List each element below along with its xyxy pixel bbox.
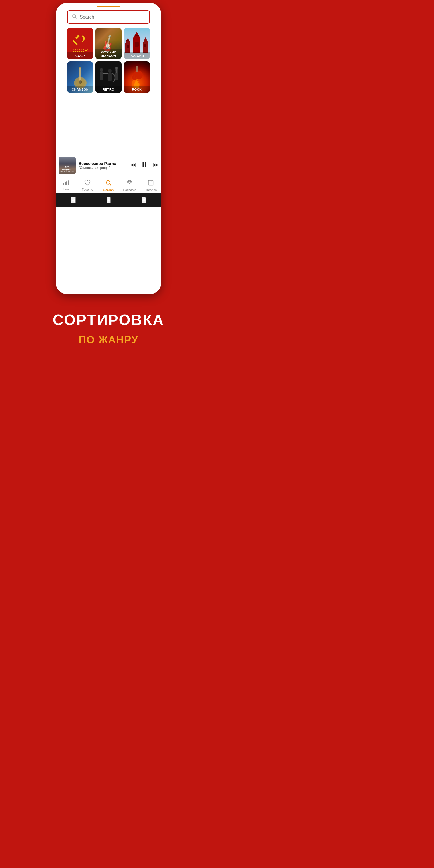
live-icon	[63, 180, 69, 187]
svg-rect-44	[65, 182, 66, 185]
heart-icon	[84, 180, 91, 187]
genre-card-russia[interactable]: РОССИЯ	[124, 28, 150, 59]
search-bar[interactable]	[67, 10, 150, 24]
now-playing-bar: ЛЕВ ЛЕЩЕНКО ЛУЧШИЕ ПЕСНИ Всесоюзное Ради…	[56, 154, 161, 177]
genre-grid: СССР СССР 🎸 РУССКИЙ ШАНСОН	[67, 28, 150, 93]
live-label: Live	[63, 188, 69, 191]
svg-rect-3	[73, 40, 78, 45]
musicians-icon	[96, 66, 121, 89]
svg-rect-45	[66, 181, 67, 185]
nav-favorite[interactable]: Favorite	[79, 180, 96, 191]
hammer-sickle-icon	[73, 33, 87, 47]
rewind-button[interactable]	[130, 162, 137, 169]
svg-point-23	[100, 68, 103, 72]
chanson-label: CHANSON	[67, 86, 93, 93]
svg-marker-38	[131, 163, 133, 167]
svg-point-27	[108, 69, 112, 73]
svg-line-48	[110, 184, 111, 185]
ussr-genre-label: СССР	[67, 52, 93, 59]
svg-rect-12	[127, 45, 129, 48]
genre-card-rock[interactable]: ROCK	[124, 61, 150, 93]
svg-rect-39	[143, 162, 144, 167]
search-nav-icon	[105, 180, 112, 187]
svg-point-22	[79, 80, 82, 84]
svg-rect-6	[126, 40, 129, 41]
player-controls	[130, 161, 158, 170]
retro-label: RETRO	[95, 86, 121, 93]
svg-point-49	[129, 182, 130, 184]
podcasts-label: Podcasts	[123, 188, 136, 192]
podcast-icon	[126, 180, 133, 187]
svg-rect-9	[135, 35, 139, 36]
search-icon	[72, 14, 77, 20]
bottom-nav: Live Favorite Search	[56, 177, 161, 193]
russia-label: РОССИЯ	[124, 52, 150, 59]
svg-rect-31	[116, 68, 117, 73]
android-home-button[interactable]: ●	[107, 197, 111, 203]
svg-rect-46	[68, 181, 68, 185]
sort-title: СОРТИРОВКА	[53, 311, 164, 328]
rock-label: ROCK	[124, 86, 150, 93]
nav-podcasts[interactable]: Podcasts	[121, 180, 138, 192]
svg-rect-2	[75, 35, 80, 39]
svg-rect-14	[144, 44, 147, 47]
favorite-label: Favorite	[82, 188, 93, 191]
svg-rect-13	[135, 42, 139, 46]
svg-rect-40	[145, 162, 146, 167]
search-input[interactable]	[80, 14, 145, 20]
track-info: Всесоюзное Радио "Соловьиная роща"	[79, 161, 128, 170]
kremlin-icon	[124, 32, 150, 53]
russian-chanson-label: РУССКИЙ ШАНСОН	[95, 49, 121, 59]
search-label: Search	[103, 188, 114, 192]
album-art-text: ЛЕВ ЛЕЩЕНКО ЛУЧШИЕ ПЕСНИ	[60, 166, 74, 173]
svg-rect-28	[108, 73, 112, 81]
nav-live[interactable]: Live	[58, 180, 75, 191]
svg-marker-41	[154, 163, 156, 167]
bottom-text-section: СОРТИРОВКА ПО ЖАНРУ	[0, 294, 217, 363]
svg-point-47	[106, 181, 110, 184]
svg-marker-11	[143, 37, 148, 43]
genre-card-chanson[interactable]: CHANSON	[67, 61, 93, 93]
libraries-label: Libraries	[145, 188, 157, 192]
svg-marker-42	[156, 163, 158, 167]
sort-subtitle: ПО ЖАНРУ	[79, 334, 138, 346]
nav-search[interactable]: Search	[100, 180, 117, 192]
svg-point-32	[115, 67, 118, 69]
android-back-button[interactable]: ◀	[71, 197, 76, 203]
track-title: "Соловьиная роща"	[79, 166, 128, 170]
genre-card-ussr[interactable]: СССР СССР	[67, 28, 93, 59]
pause-button[interactable]	[141, 161, 148, 170]
station-name: Всесоюзное Радио	[79, 161, 128, 166]
nav-libraries[interactable]: Libraries	[142, 180, 159, 192]
spacer	[67, 97, 150, 154]
library-icon	[148, 180, 154, 187]
genre-card-russian-chanson[interactable]: 🎸 РУССКИЙ ШАНСОН	[95, 28, 121, 59]
phone-shell: СССР СССР 🎸 РУССКИЙ ШАНСОН	[56, 3, 161, 294]
svg-line-1	[75, 17, 76, 18]
svg-rect-43	[63, 183, 64, 185]
album-art: ЛЕВ ЛЕЩЕНКО ЛУЧШИЕ ПЕСНИ	[59, 157, 76, 174]
forward-button[interactable]	[152, 162, 158, 169]
android-nav-bar: ◀ ● ■	[56, 193, 161, 207]
svg-rect-30	[115, 72, 119, 80]
genre-card-retro[interactable]: RETRO	[95, 61, 121, 93]
android-recent-button[interactable]: ■	[142, 197, 146, 203]
svg-marker-37	[133, 163, 135, 167]
svg-point-0	[72, 14, 76, 18]
rock-guitar-icon	[127, 65, 147, 89]
